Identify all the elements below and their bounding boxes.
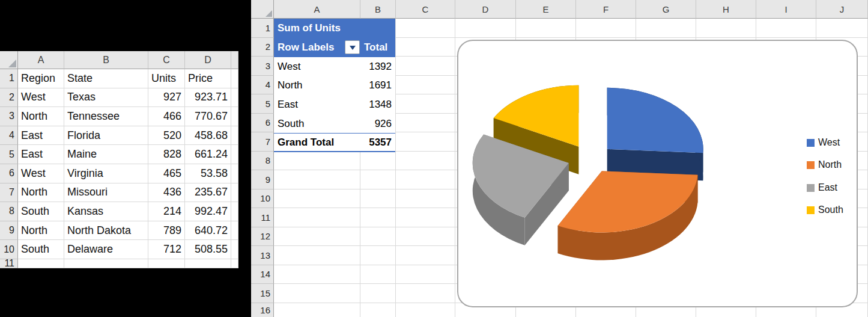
cell-B12[interactable] [360,227,396,247]
left-column-header-c[interactable]: C [148,51,185,69]
row-header-12[interactable]: 12 [251,227,274,247]
left-cell-A10[interactable]: South [18,240,64,259]
pivot-row-label[interactable]: North [274,79,303,91]
cell-C5[interactable] [396,94,455,114]
row-header-10[interactable]: 10 [251,189,274,209]
column-header-g[interactable]: G [636,0,696,19]
left-cell-E3[interactable] [231,107,238,126]
left-cell-A5[interactable]: East [18,145,64,164]
left-cell-C9[interactable]: 789 [148,221,185,241]
cell-C10[interactable] [396,189,455,209]
cell-C13[interactable] [396,246,455,265]
left-cell-C7[interactable]: 436 [148,183,185,203]
cell-C12[interactable] [396,227,455,247]
pivot-row-label[interactable]: South [274,118,304,130]
pivot-grand-total-value[interactable]: 5357 [369,137,392,149]
cell-J1[interactable] [816,19,868,38]
cell-A14[interactable] [274,265,360,285]
row-header-7[interactable]: 7 [251,132,274,152]
column-header-a[interactable]: A [274,0,360,19]
pivot-title-cell[interactable]: Sum of Units [274,19,395,38]
left-cell-A6[interactable]: West [18,164,64,183]
left-column-header-b[interactable]: B [64,51,148,69]
cell-A9[interactable] [274,170,360,189]
row-header-2[interactable]: 2 [251,38,274,57]
left-row-header-10[interactable]: 10 [0,240,18,259]
left-cell-A7[interactable]: North [18,183,64,203]
left-cell-A1[interactable]: Region [18,69,64,88]
legend-item-east[interactable]: East [807,182,837,193]
row-header-1[interactable]: 1 [251,19,274,38]
left-cell-C6[interactable]: 465 [148,164,185,183]
left-cell-B1[interactable]: State [64,69,148,88]
pivot-total-header[interactable]: Total [364,42,387,54]
left-cell-E2[interactable] [231,88,238,108]
left-cell-A8[interactable]: South [18,202,64,221]
cell-C8[interactable] [396,152,455,171]
column-header-b[interactable]: B [360,0,396,19]
column-header-f[interactable]: F [576,0,636,19]
cell-C1[interactable] [396,19,455,38]
row-header-16[interactable]: 16 [251,303,274,317]
left-cell-B4[interactable]: Florida [64,126,148,146]
column-header-d[interactable]: D [455,0,516,19]
cell-B13[interactable] [360,246,396,265]
left-cell-C10[interactable]: 712 [148,240,185,259]
cell-I1[interactable] [756,19,816,38]
cell-B16[interactable] [360,303,396,317]
cell-A10[interactable] [274,189,360,209]
row-header-6[interactable]: 6 [251,114,274,133]
left-cell-E1[interactable] [231,69,238,88]
legend-item-south[interactable]: South [807,205,843,215]
cell-C11[interactable] [396,208,455,227]
cell-B14[interactable] [360,265,396,285]
legend-item-north[interactable]: North [807,159,842,170]
left-row-header-4[interactable]: 4 [0,126,18,146]
row-header-11[interactable]: 11 [251,208,274,227]
cell-A12[interactable] [274,227,360,247]
left-row-header-5[interactable]: 5 [0,145,18,164]
left-cell-B9[interactable]: North Dakota [64,221,148,241]
left-cell-D7[interactable]: 235.67 [185,183,231,203]
left-cell-A2[interactable]: West [18,88,64,108]
left-cell-D10[interactable]: 508.55 [185,240,231,259]
cell-D1[interactable] [455,19,516,38]
left-row-header-9[interactable]: 9 [0,221,18,241]
left-cell-E8[interactable] [231,202,238,221]
cell-B11[interactable] [360,208,396,227]
cell-C3[interactable] [396,57,455,76]
left-cell-D1[interactable]: Price [185,69,231,88]
left-select-all-corner[interactable] [0,51,18,69]
left-row-header-1[interactable]: 1 [0,69,18,88]
cell-A16[interactable] [274,303,360,317]
left-column-header-a[interactable]: A [18,51,64,69]
column-header-c[interactable]: C [396,0,455,19]
cell-C2[interactable] [396,38,455,57]
row-header-13[interactable]: 13 [251,246,274,265]
left-cell-C5[interactable]: 828 [148,145,185,164]
left-cell-C1[interactable]: Units [148,69,185,88]
pie-chart[interactable]: WestNorthEastSouth [457,40,858,307]
left-cell-C3[interactable]: 466 [148,107,185,126]
cell-C7[interactable] [396,132,455,152]
pivot-grand-total-label[interactable]: Grand Total [274,137,334,149]
cell-A15[interactable] [274,284,360,303]
left-cell-A9[interactable]: North [18,221,64,241]
row-header-3[interactable]: 3 [251,57,274,76]
left-cell-D9[interactable]: 640.72 [185,221,231,241]
cell-C4[interactable] [396,76,455,95]
left-cell-D8[interactable]: 992.47 [185,202,231,221]
left-cell-B10[interactable]: Delaware [64,240,148,259]
cell-C6[interactable] [396,114,455,133]
cell-B8[interactable] [360,152,396,171]
column-header-e[interactable]: E [516,0,576,19]
left-cell-E9[interactable] [231,221,238,241]
left-cell-B5[interactable]: Maine [64,145,148,164]
cell-A11[interactable] [274,208,360,227]
cell-A8[interactable] [274,152,360,171]
row-header-8[interactable]: 8 [251,152,274,171]
left-cell-C4[interactable]: 520 [148,126,185,146]
pie-slice-west[interactable] [607,88,703,153]
left-cell-A4[interactable]: East [18,126,64,146]
left-cell-C2[interactable]: 927 [148,88,185,108]
